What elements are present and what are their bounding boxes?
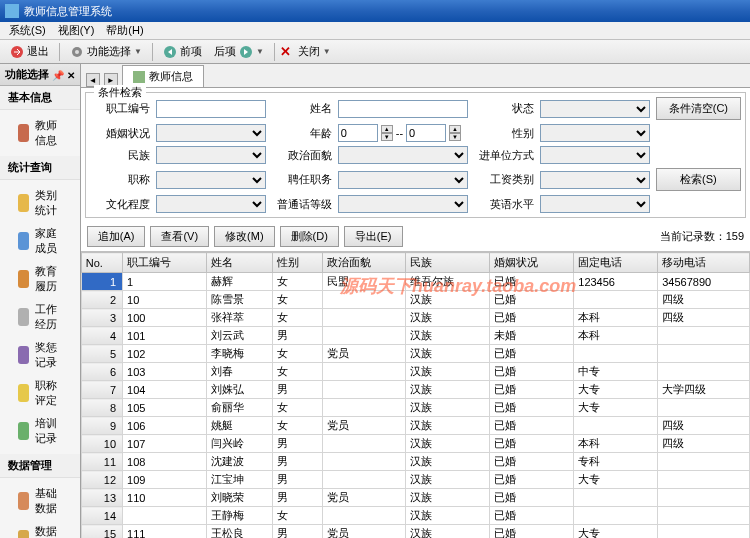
tab-teacher-info[interactable]: 教师信息: [122, 65, 204, 87]
add-button[interactable]: 追加(A): [87, 226, 146, 247]
export-button[interactable]: 导出(E): [344, 226, 403, 247]
sidebar-section-header[interactable]: 统计查询: [0, 156, 80, 180]
putonghua-select[interactable]: [338, 195, 468, 213]
next-button[interactable]: 后项 ▼: [209, 42, 269, 61]
table-row[interactable]: 11108沈建波男汉族已婚专科: [81, 453, 749, 471]
table-row[interactable]: 7104刘姝弘男汉族已婚大专大学四级: [81, 381, 749, 399]
table-row[interactable]: 5102李晓梅女党员汉族已婚: [81, 345, 749, 363]
modify-button[interactable]: 修改(M): [214, 226, 275, 247]
sidebar-section-header[interactable]: 基本信息: [0, 86, 80, 110]
name-input[interactable]: [338, 100, 468, 118]
table-cell: 闫兴岭: [206, 435, 272, 453]
table-cell: 汉族: [406, 417, 490, 435]
sidebar-item[interactable]: 类别统计: [0, 184, 80, 222]
table-row[interactable]: 6103刘春女汉族已婚中专: [81, 363, 749, 381]
table-cell: 刘姝弘: [206, 381, 272, 399]
column-header[interactable]: 民族: [406, 253, 490, 273]
gender-select[interactable]: [540, 124, 650, 142]
table-row[interactable]: 9106姚艇女党员汉族已婚四级: [81, 417, 749, 435]
table-row[interactable]: 11赫辉女民盟维吾尔族已婚12345634567890: [81, 273, 749, 291]
english-select[interactable]: [540, 195, 650, 213]
sidebar-item[interactable]: 教师信息: [0, 114, 80, 152]
delete-button[interactable]: 删除(D): [280, 226, 339, 247]
table-row[interactable]: 8105俞丽华女汉族已婚大专: [81, 399, 749, 417]
clear-button[interactable]: 条件清空(C): [656, 97, 741, 120]
age-to-input[interactable]: [406, 124, 446, 142]
column-header[interactable]: 性别: [273, 253, 322, 273]
column-header[interactable]: 婚姻状况: [490, 253, 574, 273]
table-row[interactable]: 4101刘云武男汉族未婚本科: [81, 327, 749, 345]
sidebar-item[interactable]: 家庭成员: [0, 222, 80, 260]
table-cell: 刘晓荣: [206, 489, 272, 507]
spin-down[interactable]: ▼: [381, 133, 393, 141]
sidebar-item-icon: [18, 124, 29, 142]
table-cell: 中专: [574, 363, 658, 381]
table-cell: 15: [81, 525, 122, 539]
education-select[interactable]: [156, 195, 266, 213]
table-row[interactable]: 14王静梅女汉族已婚: [81, 507, 749, 525]
search-button[interactable]: 检索(S): [656, 168, 741, 191]
table-row[interactable]: 12109江宝坤男汉族已婚大专: [81, 471, 749, 489]
label-empno: 职工编号: [90, 101, 150, 116]
table-cell: 汉族: [406, 399, 490, 417]
entry-select[interactable]: [540, 146, 650, 164]
ethnic-select[interactable]: [156, 146, 266, 164]
column-header[interactable]: 职工编号: [123, 253, 207, 273]
status-select[interactable]: [540, 100, 650, 118]
table-cell: 109: [123, 471, 207, 489]
function-select-button[interactable]: 功能选择 ▼: [65, 42, 147, 61]
sidebar-item[interactable]: 教育履历: [0, 260, 80, 298]
table-cell: 1: [81, 273, 122, 291]
sidebar-section-header[interactable]: 数据管理: [0, 454, 80, 478]
sidebar-item[interactable]: 基础数据: [0, 482, 80, 520]
table-row[interactable]: 13110刘晓荣男党员汉族已婚: [81, 489, 749, 507]
table-cell: 大专: [574, 525, 658, 539]
column-header[interactable]: 固定电话: [574, 253, 658, 273]
pin-icon[interactable]: 📌: [52, 70, 64, 81]
table-cell: 107: [123, 435, 207, 453]
emp-no-input[interactable]: [156, 100, 266, 118]
spin-down[interactable]: ▼: [449, 133, 461, 141]
sidebar-item[interactable]: 工作经历: [0, 298, 80, 336]
column-header[interactable]: No.: [81, 253, 122, 273]
menu-system[interactable]: 系统(S): [5, 22, 50, 39]
exit-button[interactable]: 退出: [5, 42, 54, 61]
table-cell: 大学四级: [658, 381, 750, 399]
spin-up[interactable]: ▲: [381, 125, 393, 133]
salary-select[interactable]: [540, 171, 650, 189]
age-from-input[interactable]: [338, 124, 378, 142]
column-header[interactable]: 姓名: [206, 253, 272, 273]
sidebar-item[interactable]: 培训记录: [0, 412, 80, 450]
table-cell: 101: [123, 327, 207, 345]
table-row[interactable]: 210陈雪景女汉族已婚四级: [81, 291, 749, 309]
sidebar-item-label: 奖惩记录: [35, 340, 62, 370]
menu-help[interactable]: 帮助(H): [102, 22, 147, 39]
table-container[interactable]: No.职工编号姓名性别政治面貌民族婚姻状况固定电话移动电话 11赫辉女民盟维吾尔…: [81, 252, 750, 538]
sidebar-item-label: 家庭成员: [35, 226, 62, 256]
close-button[interactable]: 关闭 ▼: [293, 42, 336, 61]
table-cell: [123, 507, 207, 525]
menu-view[interactable]: 视图(Y): [54, 22, 99, 39]
table-cell: 四级: [658, 435, 750, 453]
column-header[interactable]: 移动电话: [658, 253, 750, 273]
sidebar-item[interactable]: 奖惩记录: [0, 336, 80, 374]
close-icon[interactable]: ✕: [67, 70, 75, 81]
table-cell: 汉族: [406, 345, 490, 363]
table-row[interactable]: 15111王松良男党员汉族已婚大专: [81, 525, 749, 539]
table-cell: 汉族: [406, 453, 490, 471]
marriage-select[interactable]: [156, 124, 266, 142]
column-header[interactable]: 政治面貌: [322, 253, 406, 273]
view-button[interactable]: 查看(V): [150, 226, 209, 247]
spin-up[interactable]: ▲: [449, 125, 461, 133]
prev-button[interactable]: 前项: [158, 42, 207, 61]
table-row[interactable]: 10107闫兴岭男汉族已婚本科四级: [81, 435, 749, 453]
sidebar-item[interactable]: 职称评定: [0, 374, 80, 412]
position-select[interactable]: [338, 171, 468, 189]
search-legend: 条件检索: [94, 85, 146, 100]
sidebar-item[interactable]: 数据转换: [0, 520, 80, 538]
table-row[interactable]: 3100张祥萃女汉族已婚本科四级: [81, 309, 749, 327]
table-cell: [322, 363, 406, 381]
table-cell: 6: [81, 363, 122, 381]
politics-select[interactable]: [338, 146, 468, 164]
title-select[interactable]: [156, 171, 266, 189]
